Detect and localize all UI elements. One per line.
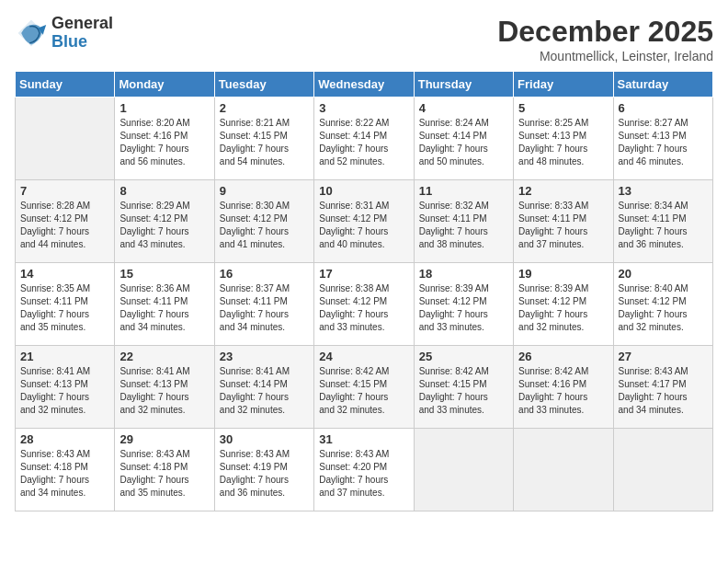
header-cell-saturday: Saturday: [613, 72, 712, 98]
calendar-cell: [16, 98, 115, 180]
day-info: Sunrise: 8:41 AM Sunset: 4:13 PM Dayligh…: [20, 365, 109, 417]
calendar-cell: 2Sunrise: 8:21 AM Sunset: 4:15 PM Daylig…: [214, 98, 313, 180]
calendar-cell: 17Sunrise: 8:38 AM Sunset: 4:12 PM Dayli…: [314, 263, 414, 346]
day-info: Sunrise: 8:43 AM Sunset: 4:18 PM Dayligh…: [20, 448, 109, 500]
calendar-cell: 9Sunrise: 8:30 AM Sunset: 4:12 PM Daylig…: [214, 180, 313, 263]
week-row-5: 28Sunrise: 8:43 AM Sunset: 4:18 PM Dayli…: [16, 429, 713, 511]
day-number: 17: [319, 267, 408, 281]
calendar-table: SundayMondayTuesdayWednesdayThursdayFrid…: [15, 71, 713, 511]
day-info: Sunrise: 8:24 AM Sunset: 4:14 PM Dayligh…: [419, 117, 508, 168]
day-number: 1: [119, 101, 209, 115]
day-info: Sunrise: 8:41 AM Sunset: 4:13 PM Dayligh…: [119, 365, 209, 417]
day-info: Sunrise: 8:21 AM Sunset: 4:15 PM Dayligh…: [220, 117, 309, 168]
day-number: 9: [220, 184, 309, 198]
day-info: Sunrise: 8:33 AM Sunset: 4:11 PM Dayligh…: [518, 200, 608, 251]
calendar-cell: 12Sunrise: 8:33 AM Sunset: 4:11 PM Dayli…: [514, 180, 613, 263]
day-number: 26: [518, 350, 608, 363]
day-number: 28: [20, 432, 109, 446]
header-cell-monday: Monday: [115, 72, 214, 98]
day-number: 6: [619, 101, 708, 115]
day-number: 12: [518, 184, 608, 198]
calendar-cell: 8Sunrise: 8:29 AM Sunset: 4:12 PM Daylig…: [115, 180, 214, 263]
day-number: 21: [20, 350, 109, 363]
day-info: Sunrise: 8:32 AM Sunset: 4:11 PM Dayligh…: [419, 200, 508, 251]
calendar-cell: 21Sunrise: 8:41 AM Sunset: 4:13 PM Dayli…: [16, 346, 115, 429]
calendar-cell: 3Sunrise: 8:22 AM Sunset: 4:14 PM Daylig…: [314, 98, 414, 180]
logo-icon: [15, 17, 48, 50]
day-number: 19: [518, 267, 608, 281]
calendar-cell: 31Sunrise: 8:43 AM Sunset: 4:20 PM Dayli…: [314, 429, 414, 511]
day-number: 27: [619, 350, 708, 363]
calendar-cell: 24Sunrise: 8:42 AM Sunset: 4:15 PM Dayli…: [314, 346, 414, 429]
calendar-cell: 26Sunrise: 8:42 AM Sunset: 4:16 PM Dayli…: [514, 346, 613, 429]
day-number: 11: [419, 184, 508, 198]
title-block: December 2025 Mountmellick, Leinster, Ir…: [497, 15, 713, 63]
day-number: 5: [518, 101, 608, 115]
header-cell-sunday: Sunday: [16, 72, 115, 98]
day-number: 29: [119, 432, 209, 446]
calendar-cell: 13Sunrise: 8:34 AM Sunset: 4:11 PM Dayli…: [613, 180, 712, 263]
calendar-cell: 11Sunrise: 8:32 AM Sunset: 4:11 PM Dayli…: [414, 180, 513, 263]
day-number: 10: [319, 184, 408, 198]
calendar-cell: 25Sunrise: 8:42 AM Sunset: 4:15 PM Dayli…: [414, 346, 513, 429]
day-info: Sunrise: 8:37 AM Sunset: 4:11 PM Dayligh…: [220, 282, 309, 334]
calendar-cell: 7Sunrise: 8:28 AM Sunset: 4:12 PM Daylig…: [16, 180, 115, 263]
day-info: Sunrise: 8:35 AM Sunset: 4:11 PM Dayligh…: [20, 282, 109, 334]
calendar-cell: [613, 429, 712, 511]
calendar-cell: 23Sunrise: 8:41 AM Sunset: 4:14 PM Dayli…: [214, 346, 313, 429]
day-number: 20: [619, 267, 708, 281]
calendar-cell: 20Sunrise: 8:40 AM Sunset: 4:12 PM Dayli…: [613, 263, 712, 346]
day-info: Sunrise: 8:20 AM Sunset: 4:16 PM Dayligh…: [119, 117, 209, 168]
calendar-cell: 1Sunrise: 8:20 AM Sunset: 4:16 PM Daylig…: [115, 98, 214, 180]
day-info: Sunrise: 8:40 AM Sunset: 4:12 PM Dayligh…: [619, 282, 708, 334]
header-cell-thursday: Thursday: [414, 72, 513, 98]
day-info: Sunrise: 8:42 AM Sunset: 4:16 PM Dayligh…: [518, 365, 608, 417]
day-number: 13: [619, 184, 708, 198]
logo-text: General Blue: [51, 15, 113, 52]
day-info: Sunrise: 8:39 AM Sunset: 4:12 PM Dayligh…: [518, 282, 608, 334]
day-info: Sunrise: 8:25 AM Sunset: 4:13 PM Dayligh…: [518, 117, 608, 168]
day-number: 7: [20, 184, 109, 198]
day-number: 16: [220, 267, 309, 281]
calendar-cell: 27Sunrise: 8:43 AM Sunset: 4:17 PM Dayli…: [613, 346, 712, 429]
day-number: 31: [319, 432, 408, 446]
day-number: 23: [220, 350, 309, 363]
day-info: Sunrise: 8:31 AM Sunset: 4:12 PM Dayligh…: [319, 200, 408, 251]
calendar-cell: 5Sunrise: 8:25 AM Sunset: 4:13 PM Daylig…: [514, 98, 613, 180]
calendar-cell: 14Sunrise: 8:35 AM Sunset: 4:11 PM Dayli…: [16, 263, 115, 346]
day-info: Sunrise: 8:28 AM Sunset: 4:12 PM Dayligh…: [20, 200, 109, 251]
header-row: SundayMondayTuesdayWednesdayThursdayFrid…: [16, 72, 713, 98]
day-info: Sunrise: 8:43 AM Sunset: 4:17 PM Dayligh…: [619, 365, 708, 417]
calendar-cell: 15Sunrise: 8:36 AM Sunset: 4:11 PM Dayli…: [115, 263, 214, 346]
week-row-4: 21Sunrise: 8:41 AM Sunset: 4:13 PM Dayli…: [16, 346, 713, 429]
logo: General Blue: [15, 15, 113, 52]
day-info: Sunrise: 8:34 AM Sunset: 4:11 PM Dayligh…: [619, 200, 708, 251]
week-row-2: 7Sunrise: 8:28 AM Sunset: 4:12 PM Daylig…: [16, 180, 713, 263]
day-info: Sunrise: 8:43 AM Sunset: 4:19 PM Dayligh…: [220, 448, 309, 500]
page-header: General Blue December 2025 Mountmellick,…: [15, 15, 713, 63]
calendar-cell: 10Sunrise: 8:31 AM Sunset: 4:12 PM Dayli…: [314, 180, 414, 263]
day-number: 24: [319, 350, 408, 363]
day-info: Sunrise: 8:42 AM Sunset: 4:15 PM Dayligh…: [319, 365, 408, 417]
calendar-cell: 28Sunrise: 8:43 AM Sunset: 4:18 PM Dayli…: [16, 429, 115, 511]
week-row-1: 1Sunrise: 8:20 AM Sunset: 4:16 PM Daylig…: [16, 98, 713, 180]
calendar-cell: 18Sunrise: 8:39 AM Sunset: 4:12 PM Dayli…: [414, 263, 513, 346]
day-number: 2: [220, 101, 309, 115]
day-info: Sunrise: 8:41 AM Sunset: 4:14 PM Dayligh…: [220, 365, 309, 417]
calendar-body: 1Sunrise: 8:20 AM Sunset: 4:16 PM Daylig…: [16, 98, 713, 511]
day-number: 8: [119, 184, 209, 198]
day-info: Sunrise: 8:43 AM Sunset: 4:20 PM Dayligh…: [319, 448, 408, 500]
header-cell-tuesday: Tuesday: [214, 72, 313, 98]
calendar-subtitle: Mountmellick, Leinster, Ireland: [497, 49, 713, 63]
calendar-cell: 29Sunrise: 8:43 AM Sunset: 4:18 PM Dayli…: [115, 429, 214, 511]
day-info: Sunrise: 8:36 AM Sunset: 4:11 PM Dayligh…: [119, 282, 209, 334]
day-info: Sunrise: 8:22 AM Sunset: 4:14 PM Dayligh…: [319, 117, 408, 168]
calendar-header: SundayMondayTuesdayWednesdayThursdayFrid…: [16, 72, 713, 98]
day-number: 4: [419, 101, 508, 115]
calendar-cell: 22Sunrise: 8:41 AM Sunset: 4:13 PM Dayli…: [115, 346, 214, 429]
day-info: Sunrise: 8:42 AM Sunset: 4:15 PM Dayligh…: [419, 365, 508, 417]
calendar-cell: 30Sunrise: 8:43 AM Sunset: 4:19 PM Dayli…: [214, 429, 313, 511]
day-info: Sunrise: 8:43 AM Sunset: 4:18 PM Dayligh…: [119, 448, 209, 500]
header-cell-friday: Friday: [514, 72, 613, 98]
day-number: 18: [419, 267, 508, 281]
